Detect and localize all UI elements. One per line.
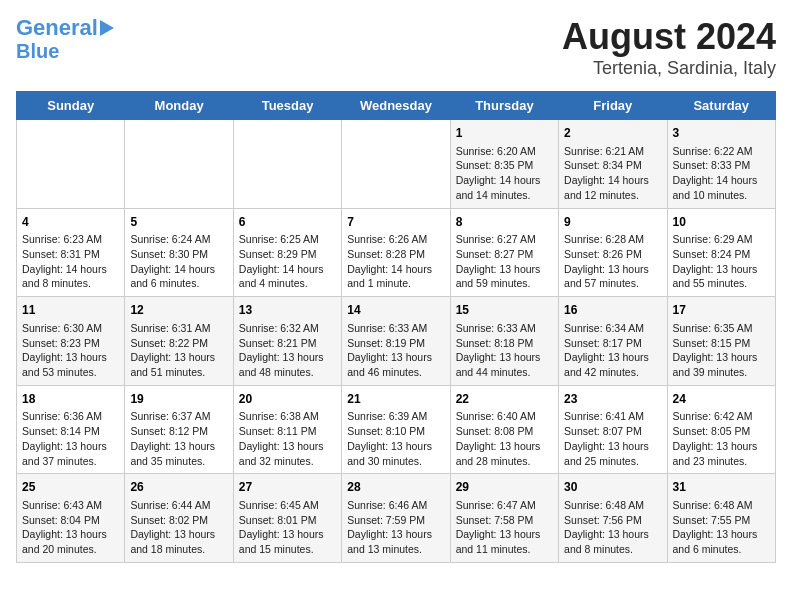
calendar-cell: 7Sunrise: 6:26 AM Sunset: 8:28 PM Daylig…: [342, 208, 450, 297]
calendar-week-3: 11Sunrise: 6:30 AM Sunset: 8:23 PM Dayli…: [17, 297, 776, 386]
calendar-cell: [342, 120, 450, 209]
calendar-cell: 23Sunrise: 6:41 AM Sunset: 8:07 PM Dayli…: [559, 385, 667, 474]
day-number: 1: [456, 125, 553, 142]
calendar-cell: 2Sunrise: 6:21 AM Sunset: 8:34 PM Daylig…: [559, 120, 667, 209]
day-number: 21: [347, 391, 444, 408]
day-number: 15: [456, 302, 553, 319]
calendar-cell: 28Sunrise: 6:46 AM Sunset: 7:59 PM Dayli…: [342, 474, 450, 563]
day-number: 7: [347, 214, 444, 231]
day-info: Sunrise: 6:28 AM Sunset: 8:26 PM Dayligh…: [564, 232, 661, 291]
calendar-cell: [233, 120, 341, 209]
day-number: 11: [22, 302, 119, 319]
day-info: Sunrise: 6:32 AM Sunset: 8:21 PM Dayligh…: [239, 321, 336, 380]
day-info: Sunrise: 6:23 AM Sunset: 8:31 PM Dayligh…: [22, 232, 119, 291]
page-subtitle: Tertenia, Sardinia, Italy: [562, 58, 776, 79]
day-number: 8: [456, 214, 553, 231]
day-info: Sunrise: 6:34 AM Sunset: 8:17 PM Dayligh…: [564, 321, 661, 380]
day-number: 25: [22, 479, 119, 496]
day-info: Sunrise: 6:20 AM Sunset: 8:35 PM Dayligh…: [456, 144, 553, 203]
day-info: Sunrise: 6:21 AM Sunset: 8:34 PM Dayligh…: [564, 144, 661, 203]
calendar-week-1: 1Sunrise: 6:20 AM Sunset: 8:35 PM Daylig…: [17, 120, 776, 209]
day-number: 9: [564, 214, 661, 231]
day-number: 28: [347, 479, 444, 496]
calendar-cell: 31Sunrise: 6:48 AM Sunset: 7:55 PM Dayli…: [667, 474, 775, 563]
calendar-week-2: 4Sunrise: 6:23 AM Sunset: 8:31 PM Daylig…: [17, 208, 776, 297]
calendar-header-row: SundayMondayTuesdayWednesdayThursdayFrid…: [17, 92, 776, 120]
calendar-week-5: 25Sunrise: 6:43 AM Sunset: 8:04 PM Dayli…: [17, 474, 776, 563]
calendar-week-4: 18Sunrise: 6:36 AM Sunset: 8:14 PM Dayli…: [17, 385, 776, 474]
day-info: Sunrise: 6:44 AM Sunset: 8:02 PM Dayligh…: [130, 498, 227, 557]
day-info: Sunrise: 6:27 AM Sunset: 8:27 PM Dayligh…: [456, 232, 553, 291]
day-number: 3: [673, 125, 770, 142]
day-info: Sunrise: 6:40 AM Sunset: 8:08 PM Dayligh…: [456, 409, 553, 468]
day-info: Sunrise: 6:33 AM Sunset: 8:18 PM Dayligh…: [456, 321, 553, 380]
day-info: Sunrise: 6:47 AM Sunset: 7:58 PM Dayligh…: [456, 498, 553, 557]
calendar-cell: 25Sunrise: 6:43 AM Sunset: 8:04 PM Dayli…: [17, 474, 125, 563]
logo-blue: Blue: [16, 40, 59, 62]
day-info: Sunrise: 6:24 AM Sunset: 8:30 PM Dayligh…: [130, 232, 227, 291]
calendar-cell: [17, 120, 125, 209]
day-number: 30: [564, 479, 661, 496]
day-number: 19: [130, 391, 227, 408]
day-number: 13: [239, 302, 336, 319]
day-number: 4: [22, 214, 119, 231]
calendar-cell: 9Sunrise: 6:28 AM Sunset: 8:26 PM Daylig…: [559, 208, 667, 297]
calendar-table: SundayMondayTuesdayWednesdayThursdayFrid…: [16, 91, 776, 563]
header-sunday: Sunday: [17, 92, 125, 120]
logo: General Blue: [16, 16, 114, 62]
day-number: 20: [239, 391, 336, 408]
day-info: Sunrise: 6:48 AM Sunset: 7:55 PM Dayligh…: [673, 498, 770, 557]
calendar-cell: 26Sunrise: 6:44 AM Sunset: 8:02 PM Dayli…: [125, 474, 233, 563]
calendar-cell: 27Sunrise: 6:45 AM Sunset: 8:01 PM Dayli…: [233, 474, 341, 563]
calendar-cell: 10Sunrise: 6:29 AM Sunset: 8:24 PM Dayli…: [667, 208, 775, 297]
calendar-cell: 8Sunrise: 6:27 AM Sunset: 8:27 PM Daylig…: [450, 208, 558, 297]
calendar-cell: 6Sunrise: 6:25 AM Sunset: 8:29 PM Daylig…: [233, 208, 341, 297]
day-info: Sunrise: 6:36 AM Sunset: 8:14 PM Dayligh…: [22, 409, 119, 468]
day-info: Sunrise: 6:33 AM Sunset: 8:19 PM Dayligh…: [347, 321, 444, 380]
header-tuesday: Tuesday: [233, 92, 341, 120]
calendar-cell: 19Sunrise: 6:37 AM Sunset: 8:12 PM Dayli…: [125, 385, 233, 474]
header-thursday: Thursday: [450, 92, 558, 120]
day-info: Sunrise: 6:48 AM Sunset: 7:56 PM Dayligh…: [564, 498, 661, 557]
day-number: 14: [347, 302, 444, 319]
calendar-cell: 17Sunrise: 6:35 AM Sunset: 8:15 PM Dayli…: [667, 297, 775, 386]
day-number: 10: [673, 214, 770, 231]
day-number: 26: [130, 479, 227, 496]
calendar-cell: 29Sunrise: 6:47 AM Sunset: 7:58 PM Dayli…: [450, 474, 558, 563]
header-monday: Monday: [125, 92, 233, 120]
calendar-cell: 12Sunrise: 6:31 AM Sunset: 8:22 PM Dayli…: [125, 297, 233, 386]
day-info: Sunrise: 6:43 AM Sunset: 8:04 PM Dayligh…: [22, 498, 119, 557]
day-number: 22: [456, 391, 553, 408]
page-title: August 2024: [562, 16, 776, 58]
calendar-cell: 24Sunrise: 6:42 AM Sunset: 8:05 PM Dayli…: [667, 385, 775, 474]
calendar-cell: 3Sunrise: 6:22 AM Sunset: 8:33 PM Daylig…: [667, 120, 775, 209]
day-number: 12: [130, 302, 227, 319]
calendar-cell: 22Sunrise: 6:40 AM Sunset: 8:08 PM Dayli…: [450, 385, 558, 474]
day-number: 17: [673, 302, 770, 319]
logo-general: General: [16, 15, 98, 40]
calendar-cell: 5Sunrise: 6:24 AM Sunset: 8:30 PM Daylig…: [125, 208, 233, 297]
day-number: 23: [564, 391, 661, 408]
calendar-cell: 30Sunrise: 6:48 AM Sunset: 7:56 PM Dayli…: [559, 474, 667, 563]
day-number: 24: [673, 391, 770, 408]
calendar-cell: 13Sunrise: 6:32 AM Sunset: 8:21 PM Dayli…: [233, 297, 341, 386]
calendar-cell: 14Sunrise: 6:33 AM Sunset: 8:19 PM Dayli…: [342, 297, 450, 386]
logo-arrow-icon: [100, 20, 114, 36]
day-info: Sunrise: 6:41 AM Sunset: 8:07 PM Dayligh…: [564, 409, 661, 468]
calendar-cell: 18Sunrise: 6:36 AM Sunset: 8:14 PM Dayli…: [17, 385, 125, 474]
day-info: Sunrise: 6:22 AM Sunset: 8:33 PM Dayligh…: [673, 144, 770, 203]
calendar-cell: 4Sunrise: 6:23 AM Sunset: 8:31 PM Daylig…: [17, 208, 125, 297]
day-info: Sunrise: 6:39 AM Sunset: 8:10 PM Dayligh…: [347, 409, 444, 468]
page-header: General Blue August 2024 Tertenia, Sardi…: [16, 16, 776, 79]
day-number: 31: [673, 479, 770, 496]
header-saturday: Saturday: [667, 92, 775, 120]
day-info: Sunrise: 6:26 AM Sunset: 8:28 PM Dayligh…: [347, 232, 444, 291]
day-info: Sunrise: 6:31 AM Sunset: 8:22 PM Dayligh…: [130, 321, 227, 380]
calendar-cell: 21Sunrise: 6:39 AM Sunset: 8:10 PM Dayli…: [342, 385, 450, 474]
title-block: August 2024 Tertenia, Sardinia, Italy: [562, 16, 776, 79]
day-info: Sunrise: 6:46 AM Sunset: 7:59 PM Dayligh…: [347, 498, 444, 557]
day-number: 16: [564, 302, 661, 319]
day-info: Sunrise: 6:38 AM Sunset: 8:11 PM Dayligh…: [239, 409, 336, 468]
day-number: 18: [22, 391, 119, 408]
day-info: Sunrise: 6:35 AM Sunset: 8:15 PM Dayligh…: [673, 321, 770, 380]
